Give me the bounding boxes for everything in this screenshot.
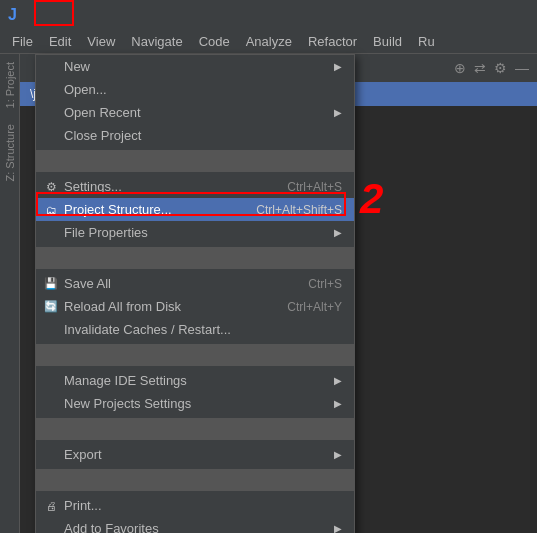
separator-3 bbox=[36, 344, 354, 366]
menu-item-open-recent[interactable]: Open Recent ▶ bbox=[36, 101, 354, 124]
menu-item-reload-all[interactable]: 🔄 Reload All from Disk Ctrl+Alt+Y bbox=[36, 295, 354, 318]
menu-edit[interactable]: Edit bbox=[41, 32, 79, 51]
toolbar-icon-globe[interactable]: ⊕ bbox=[454, 60, 466, 76]
menu-item-close-project[interactable]: Close Project bbox=[36, 124, 354, 147]
app-icon: J bbox=[8, 6, 17, 24]
menu-item-settings[interactable]: ⚙ Settings... Ctrl+Alt+S bbox=[36, 175, 354, 198]
arrow-icon: ▶ bbox=[334, 107, 342, 118]
toolbar-icon-settings[interactable]: ⚙ bbox=[494, 60, 507, 76]
menu-navigate[interactable]: Navigate bbox=[123, 32, 190, 51]
reload-icon: 🔄 bbox=[42, 300, 60, 313]
menu-item-manage-ide[interactable]: Manage IDE Settings ▶ bbox=[36, 369, 354, 392]
menu-analyze[interactable]: Analyze bbox=[238, 32, 300, 51]
menu-item-new-project-settings[interactable]: New Projects Settings ▶ bbox=[36, 392, 354, 415]
menu-item-project-structure[interactable]: 🗂 Project Structure... Ctrl+Alt+Shift+S bbox=[36, 198, 354, 221]
arrow-icon: ▶ bbox=[334, 227, 342, 238]
separator-5 bbox=[36, 469, 354, 491]
menu-bar: File Edit View Navigate Code Analyze Ref… bbox=[0, 30, 537, 54]
arrow-icon: ▶ bbox=[334, 449, 342, 460]
title-bar: J bbox=[0, 0, 537, 30]
arrow-icon: ▶ bbox=[334, 61, 342, 72]
sidebar-tab-project[interactable]: 1: Project bbox=[2, 54, 18, 116]
toolbar-icon-minimize[interactable]: — bbox=[515, 60, 529, 76]
file-dropdown-menu: New ▶ Open... Open Recent ▶ Close Projec… bbox=[35, 54, 355, 533]
settings-icon: ⚙ bbox=[42, 180, 60, 194]
menu-item-open[interactable]: Open... bbox=[36, 78, 354, 101]
separator-2 bbox=[36, 247, 354, 269]
menu-item-add-to-favorites[interactable]: Add to Favorites ▶ bbox=[36, 517, 354, 533]
menu-refactor[interactable]: Refactor bbox=[300, 32, 365, 51]
menu-build[interactable]: Build bbox=[365, 32, 410, 51]
menu-item-new[interactable]: New ▶ bbox=[36, 55, 354, 78]
print-icon: 🖨 bbox=[42, 500, 60, 512]
menu-item-export[interactable]: Export ▶ bbox=[36, 443, 354, 466]
separator-4 bbox=[36, 418, 354, 440]
arrow-icon: ▶ bbox=[334, 375, 342, 386]
menu-item-print[interactable]: 🖨 Print... bbox=[36, 494, 354, 517]
save-icon: 💾 bbox=[42, 277, 60, 290]
arrow-icon: ▶ bbox=[334, 398, 342, 409]
menu-file[interactable]: File bbox=[4, 32, 41, 51]
separator-1 bbox=[36, 150, 354, 172]
arrow-icon: ▶ bbox=[334, 523, 342, 533]
menu-view[interactable]: View bbox=[79, 32, 123, 51]
menu-run[interactable]: Ru bbox=[410, 32, 443, 51]
menu-code[interactable]: Code bbox=[191, 32, 238, 51]
toolbar-icon-transfer[interactable]: ⇄ bbox=[474, 60, 486, 76]
menu-item-save-all[interactable]: 💾 Save All Ctrl+S bbox=[36, 272, 354, 295]
sidebar-tab-structure[interactable]: Z: Structure bbox=[2, 116, 18, 189]
sidebar: 1: Project Z: Structure bbox=[0, 54, 20, 533]
project-structure-icon: 🗂 bbox=[42, 204, 60, 216]
menu-item-file-properties[interactable]: File Properties ▶ bbox=[36, 221, 354, 244]
menu-item-invalidate-caches[interactable]: Invalidate Caches / Restart... bbox=[36, 318, 354, 341]
